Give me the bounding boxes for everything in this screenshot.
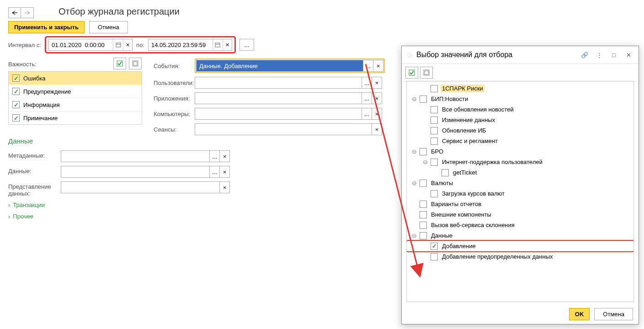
- checkbox-icon[interactable]: [431, 117, 438, 124]
- tree-list[interactable]: 1СПАРК Риски⊖БИП:НовостиВсе обновления н…: [406, 81, 634, 302]
- checkbox-icon[interactable]: [420, 232, 427, 239]
- checkbox-icon[interactable]: [431, 127, 438, 134]
- computers-clear-button[interactable]: ×: [372, 108, 382, 120]
- calendar-icon[interactable]: [213, 39, 223, 50]
- users-select-button[interactable]: ...: [362, 77, 372, 89]
- tree-toggle-icon[interactable]: ⊖: [411, 148, 417, 155]
- tree-row[interactable]: Добавление предопределенных данных: [407, 251, 633, 262]
- checkbox-icon[interactable]: [431, 159, 438, 166]
- users-clear-button[interactable]: ×: [372, 77, 382, 89]
- favorite-icon[interactable]: ☆: [406, 51, 413, 59]
- nav-forward-button[interactable]: [21, 7, 34, 18]
- apps-input[interactable]: [195, 92, 362, 104]
- popup-check-all-button[interactable]: [405, 67, 418, 79]
- apps-select-button[interactable]: ...: [362, 92, 372, 104]
- checkbox-icon[interactable]: ✓: [12, 101, 20, 108]
- tree-row[interactable]: Сервис и регламент: [407, 136, 633, 146]
- checkbox-icon[interactable]: [420, 180, 427, 187]
- checkbox-icon[interactable]: ✓: [12, 88, 20, 95]
- tree-row[interactable]: 1СПАРК Риски: [407, 83, 633, 94]
- tree-row[interactable]: Все обновления новостей: [407, 104, 633, 115]
- interval-to-input[interactable]: [149, 39, 213, 50]
- events-select-button[interactable]: ...: [363, 60, 373, 72]
- importance-item[interactable]: ✓Ошибка: [9, 72, 142, 85]
- sessions-clear-button[interactable]: ×: [372, 123, 382, 135]
- tree-row[interactable]: ✓Добавление: [407, 241, 633, 251]
- more-icon[interactable]: ⋮: [594, 50, 605, 60]
- tree-label: БИП:Новости: [430, 95, 469, 103]
- metadata-input[interactable]: [61, 150, 210, 162]
- popup-uncheck-all-button[interactable]: [420, 67, 433, 79]
- transactions-toggle[interactable]: ›Транзакции: [8, 202, 230, 208]
- importance-item[interactable]: ✓Информация: [9, 98, 142, 111]
- link-icon[interactable]: 🔗: [579, 50, 590, 60]
- tree-row[interactable]: Изменение данных: [407, 115, 633, 125]
- data-input[interactable]: [61, 166, 210, 178]
- tree-row[interactable]: Обновление ИБ: [407, 125, 633, 136]
- metadata-clear-button[interactable]: ×: [220, 150, 230, 162]
- checkbox-icon[interactable]: [420, 222, 427, 229]
- tree-label: Изменение данных: [441, 116, 496, 124]
- sessions-input[interactable]: [195, 123, 372, 135]
- popup-cancel-button[interactable]: Отмена: [594, 308, 633, 320]
- popup-ok-button[interactable]: OK: [569, 308, 590, 320]
- metadata-select-button[interactable]: ...: [210, 150, 220, 162]
- check-all-button[interactable]: [113, 58, 126, 69]
- tree-toggle-icon[interactable]: ⊖: [422, 159, 428, 165]
- data-section-title: Данные: [8, 137, 230, 145]
- tree-row[interactable]: Вызов веб-сервиса склонения: [407, 220, 633, 230]
- checkbox-icon[interactable]: [431, 138, 438, 145]
- apply-close-button[interactable]: Применить и закрыть: [8, 21, 85, 33]
- calendar-icon[interactable]: [113, 39, 123, 50]
- tree-row[interactable]: Внешние компоненты: [407, 209, 633, 220]
- tree-row[interactable]: ⊖БРО: [407, 146, 633, 157]
- interval-to-clear[interactable]: ×: [223, 39, 232, 50]
- events-clear-button[interactable]: ×: [373, 60, 383, 72]
- interval-edit-button[interactable]: ...: [240, 39, 254, 51]
- repr-input[interactable]: [61, 181, 220, 193]
- checkbox-icon[interactable]: [431, 85, 438, 92]
- users-input[interactable]: [195, 77, 362, 89]
- repr-label: Представление данных:: [8, 181, 61, 197]
- data-select-button[interactable]: ...: [210, 166, 220, 178]
- repr-clear-button[interactable]: ×: [220, 181, 230, 193]
- tree-toggle-icon[interactable]: ⊖: [411, 180, 417, 186]
- importance-item[interactable]: ✓Предупреждение: [9, 85, 142, 98]
- tree-toggle-icon[interactable]: ⊖: [411, 232, 417, 239]
- checkbox-icon[interactable]: ✓: [12, 114, 20, 122]
- events-input[interactable]: [196, 60, 363, 72]
- tree-row[interactable]: getTicket: [407, 167, 633, 178]
- uncheck-all-button[interactable]: [129, 58, 142, 69]
- maximize-icon[interactable]: □: [608, 50, 619, 60]
- checkbox-icon[interactable]: ✓: [431, 243, 438, 250]
- tree-row[interactable]: Загрузка курсов валют: [407, 188, 633, 199]
- tree-label: Добавление предопределенных данных: [441, 253, 554, 260]
- data-clear-button[interactable]: ×: [220, 166, 230, 178]
- tree-row[interactable]: ⊖Интернет-поддержка пользователей: [407, 157, 633, 167]
- computers-input[interactable]: [195, 108, 362, 120]
- checkbox-icon[interactable]: [420, 148, 427, 155]
- computers-select-button[interactable]: ...: [362, 108, 372, 120]
- checkbox-icon[interactable]: ✓: [12, 74, 20, 82]
- checkbox-icon[interactable]: [420, 201, 427, 208]
- tree-label: Загрузка курсов валют: [441, 190, 506, 197]
- tree-row[interactable]: ⊖БИП:Новости: [407, 94, 633, 104]
- close-icon[interactable]: ✕: [623, 50, 634, 60]
- tree-toggle-icon[interactable]: ⊖: [411, 96, 417, 102]
- interval-from-clear[interactable]: ×: [123, 39, 132, 50]
- checkbox-icon[interactable]: [420, 96, 427, 103]
- other-toggle[interactable]: ›Прочее: [8, 213, 230, 220]
- checkbox-icon[interactable]: [442, 169, 449, 176]
- nav-back-button[interactable]: [8, 7, 21, 18]
- tree-row[interactable]: ⊖Валюты: [407, 178, 633, 188]
- apps-clear-button[interactable]: ×: [372, 92, 382, 104]
- cancel-button[interactable]: Отмена: [89, 21, 128, 33]
- interval-from-input[interactable]: [49, 39, 113, 50]
- tree-row[interactable]: ⊖Данные: [407, 230, 633, 241]
- checkbox-icon[interactable]: [431, 190, 438, 197]
- checkbox-icon[interactable]: [431, 106, 438, 113]
- checkbox-icon[interactable]: [420, 211, 427, 218]
- importance-item[interactable]: ✓Примечание: [9, 111, 142, 124]
- tree-row[interactable]: Варианты отчетов: [407, 199, 633, 209]
- checkbox-icon[interactable]: [431, 253, 438, 260]
